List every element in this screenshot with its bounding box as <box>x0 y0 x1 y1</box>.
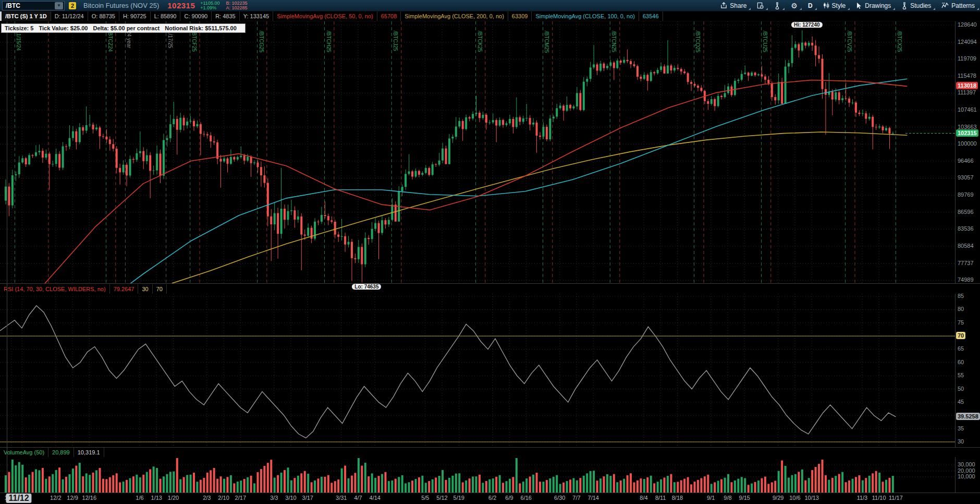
rsi-tick: 35 <box>958 425 964 431</box>
rsi-axis[interactable]: 8580757065605550454035307039.5258 <box>955 294 980 447</box>
y-readout: Y: 133145 <box>240 11 274 21</box>
date-tick: 9/29 <box>773 495 783 501</box>
price-tick: 96466 <box>958 158 974 164</box>
volume-axis[interactable]: 30,00020,00010,000 <box>955 457 980 493</box>
price-chart-panel[interactable]: 11/15/24/BTCZ2424 year1/17/25/BTCF25/BTC… <box>0 21 955 283</box>
drawings-button[interactable]: Drawings <box>851 0 896 11</box>
chart-title[interactable]: /BTC (S) 1 Y 1D <box>0 11 51 21</box>
contract-marker-label: /BTCG25 <box>259 31 264 53</box>
price-tick: 103663 <box>958 124 977 130</box>
crosshair-vertical <box>7 21 7 493</box>
date-tick: 4/7 <box>354 495 362 501</box>
date-tick: 1/6 <box>136 495 143 501</box>
date-tick: 11/3 <box>857 495 868 501</box>
contract-marker-label: /BTCU25 <box>762 31 768 53</box>
volume-header: VolumeAvg (50) 20,899 10,319.1 <box>0 448 955 457</box>
date-tick: 5/5 <box>421 495 429 501</box>
contract-marker-label: /BTCQ25 <box>695 31 701 53</box>
rsi-tick: 55 <box>958 372 964 378</box>
change-percent: +1.09% <box>200 6 219 10</box>
rsi-tick: 75 <box>958 319 964 326</box>
date-tick: 12/2 <box>50 495 61 501</box>
price-tick: 86596 <box>958 209 974 215</box>
date-tick: 7/7 <box>572 495 580 501</box>
cursor-icon <box>856 2 862 9</box>
studies-button[interactable]: Studies <box>896 0 936 11</box>
quick-study-button[interactable] <box>769 0 786 11</box>
date-tick: 8/18 <box>672 495 683 501</box>
timeframe-d-button[interactable]: D <box>803 0 818 11</box>
date-tick: 3/3 <box>270 495 278 501</box>
price-tick: 100000 <box>958 140 977 147</box>
price-change: +1105.00 +1.09% <box>200 1 219 10</box>
rsi-header: RSI (14, 70, 30, CLOSE, WILDERS, no) 79.… <box>0 284 955 294</box>
rsi-study-label[interactable]: RSI (14, 70, 30, CLOSE, WILDERS, no) <box>0 284 110 294</box>
patterns-button[interactable]: Patterns <box>936 0 980 11</box>
date-tick: 2/10 <box>218 495 229 501</box>
rsi-tick: 45 <box>958 399 964 405</box>
date-tick: 3/31 <box>336 495 347 501</box>
toolbar-right-buttons: Share ⚙ D Style Drawings Studies Pattern… <box>715 0 980 11</box>
contract-marker-label: /BTCM25 <box>544 31 549 53</box>
contract-marker-label: /BTCH25 <box>326 31 332 53</box>
date-tick: 12/16 <box>82 495 97 501</box>
contract-marker-label: /BTCX25 <box>897 31 902 52</box>
date-tick: 5/19 <box>454 495 464 501</box>
date-tick: 3/17 <box>302 495 313 501</box>
range-readout: R: 4835 <box>212 11 240 21</box>
price-tick: 80584 <box>958 243 974 249</box>
contract-marker-label: /BTCK25 <box>477 31 483 52</box>
sma50-study-label[interactable]: SimpleMovingAvg (CLOSE, 50, 0, no) <box>273 11 377 21</box>
chart-status-row: /BTC (S) 1 Y 1D D: 11/12/24 O: 88735 H: … <box>0 11 980 21</box>
date-readout: D: 11/12/24 <box>51 11 88 21</box>
date-tick: 2/17 <box>235 495 246 501</box>
contract-marker-label: /BTCF25 <box>191 31 197 52</box>
rsi-value-badge: 39.5258 <box>956 413 980 420</box>
rsi-overbought-param: 70 <box>153 284 167 294</box>
report-button[interactable] <box>752 0 769 11</box>
price-tick: 107461 <box>958 106 977 113</box>
sma200-study-value: 63309 <box>508 11 532 21</box>
linked-count-badge[interactable]: 2 <box>69 2 76 9</box>
contract-marker-label: /BTCJ25 <box>393 31 398 51</box>
date-tick: 11/10 <box>872 495 886 501</box>
date-tick: 7/14 <box>588 495 599 501</box>
low-readout: L: 85890 <box>151 11 181 21</box>
price-tick: 83536 <box>958 225 974 232</box>
date-tick: 12/9 <box>67 495 78 501</box>
style-button[interactable]: Style <box>818 0 851 11</box>
trading-platform-window: /BTC ▼ 2 Bitcoin Futures (NOV 25) 102315… <box>0 0 980 504</box>
date-tick: 1/13 <box>151 495 162 501</box>
close-readout: C: 90090 <box>180 11 212 21</box>
date-tick: 6/2 <box>488 495 496 501</box>
top-toolbar: /BTC ▼ 2 Bitcoin Futures (NOV 25) 102315… <box>0 0 980 11</box>
sma100-study-label[interactable]: SimpleMovingAvg (CLOSE, 100, 0, no) <box>532 11 639 21</box>
price-tick: 128640 <box>958 21 977 28</box>
notional-risk: Notional Risk: $511,575.00 <box>165 25 237 31</box>
price-axis[interactable]: 1286401240941197091154781113971074611036… <box>955 21 980 283</box>
date-tick: 10/13 <box>804 495 819 501</box>
date-tick: 6/16 <box>521 495 532 501</box>
date-tick: 4/14 <box>370 495 381 501</box>
volume-panel[interactable] <box>0 457 955 493</box>
settings-button[interactable]: ⚙ <box>786 0 803 11</box>
date-axis[interactable]: 11/12/1812/212/912/161/61/131/202/32/102… <box>0 493 955 504</box>
date-tick: 11/17 <box>889 495 903 501</box>
share-icon <box>720 2 727 9</box>
date-tick: 9/15 <box>739 495 750 501</box>
date-tick: 5/12 <box>436 495 447 501</box>
rsi-tick: 65 <box>958 345 964 352</box>
volume-tick: 30,000 <box>958 461 975 467</box>
rsi-panel[interactable] <box>0 294 955 447</box>
sma200-study-label[interactable]: SimpleMovingAvg (CLOSE, 200, 0, no) <box>401 11 508 21</box>
share-button[interactable]: Share <box>715 0 752 11</box>
date-tick: 10/6 <box>789 495 800 501</box>
symbol-dropdown-arrow-icon[interactable]: ▼ <box>55 2 63 9</box>
contract-marker-label: /BTCN25 <box>611 31 617 53</box>
high-marker: Hi: 127240 <box>791 22 822 28</box>
symbol-input[interactable]: /BTC ▼ <box>2 1 65 10</box>
date-tick: 9/8 <box>724 495 731 501</box>
contract-info-tooltip: Ticksize: 5Tick Value: $25.00Delta: $5.0… <box>1 23 246 33</box>
price-tick: 74989 <box>958 277 974 283</box>
contract-marker-label: 24 year <box>126 31 132 49</box>
